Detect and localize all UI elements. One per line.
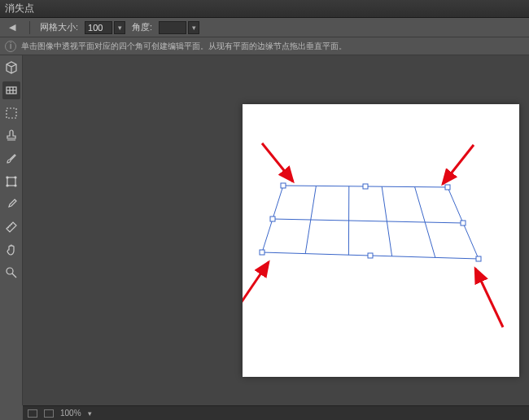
svg-rect-12 [281, 183, 286, 188]
grid-size-label: 网格大小: [40, 21, 78, 33]
title-bar: 消失点 [0, 0, 529, 18]
tool-sidebar [0, 55, 23, 405]
transform-tool[interactable] [2, 173, 20, 190]
plane-handles[interactable] [260, 183, 481, 261]
annotation-arrows [243, 143, 503, 327]
perspective-plane[interactable] [262, 186, 479, 259]
svg-rect-15 [260, 250, 264, 255]
status-thumb-icon [28, 409, 37, 418]
svg-rect-14 [476, 256, 481, 261]
svg-point-9 [15, 185, 16, 186]
grid-size-input[interactable] [85, 21, 112, 34]
eyedropper-tool[interactable] [2, 195, 20, 213]
svg-line-20 [262, 143, 293, 182]
hand-tool[interactable] [2, 241, 20, 259]
svg-point-8 [7, 185, 8, 186]
status-thumb-icon [44, 409, 54, 418]
canvas-area[interactable] [23, 55, 529, 405]
svg-line-22 [243, 262, 269, 308]
svg-rect-18 [368, 253, 373, 258]
svg-rect-13 [445, 185, 450, 190]
window-title: 消失点 [5, 2, 34, 15]
angle-label: 角度: [132, 21, 152, 33]
info-text: 单击图像中透视平面对应的四个角可创建编辑平面。从现有平面的边缘节点拖出垂直平面。 [21, 41, 347, 52]
angle-input-group: ▾ [159, 21, 199, 34]
grid-size-dropdown[interactable]: ▾ [114, 21, 125, 34]
brush-tool[interactable] [2, 150, 20, 168]
svg-rect-17 [461, 221, 466, 225]
svg-point-6 [7, 177, 8, 178]
zoom-tool[interactable] [2, 264, 20, 282]
stamp-tool[interactable] [2, 127, 20, 145]
svg-rect-16 [363, 184, 368, 189]
perspective-overlay [243, 104, 519, 377]
svg-line-23 [475, 269, 503, 327]
zoom-level[interactable]: 100% [60, 409, 81, 418]
measure-tool[interactable] [2, 218, 20, 236]
grid-size-input-group: ▾ [85, 21, 125, 34]
marquee-tool[interactable] [2, 104, 20, 122]
svg-rect-5 [7, 177, 15, 186]
svg-line-21 [443, 145, 474, 184]
svg-line-11 [12, 273, 16, 278]
angle-input[interactable] [159, 21, 186, 34]
options-bar: ◀ 网格大小: ▾ 角度: ▾ [0, 18, 529, 37]
info-bar: i 单击图像中透视平面对应的四个角可创建编辑平面。从现有平面的边缘节点拖出垂直平… [0, 37, 529, 55]
create-plane-tool[interactable] [2, 81, 20, 99]
svg-point-7 [15, 177, 16, 178]
svg-rect-4 [7, 108, 16, 118]
zoom-dropdown-icon[interactable]: ▾ [88, 409, 92, 418]
info-icon: i [5, 41, 16, 52]
document-canvas[interactable] [243, 104, 519, 377]
edit-plane-tool[interactable] [2, 59, 20, 77]
back-button[interactable]: ◀ [5, 21, 20, 34]
angle-dropdown[interactable]: ▾ [188, 21, 199, 34]
svg-rect-19 [270, 217, 275, 221]
svg-point-10 [7, 268, 13, 274]
status-bar: 100% ▾ [23, 405, 529, 420]
separator [29, 21, 30, 34]
